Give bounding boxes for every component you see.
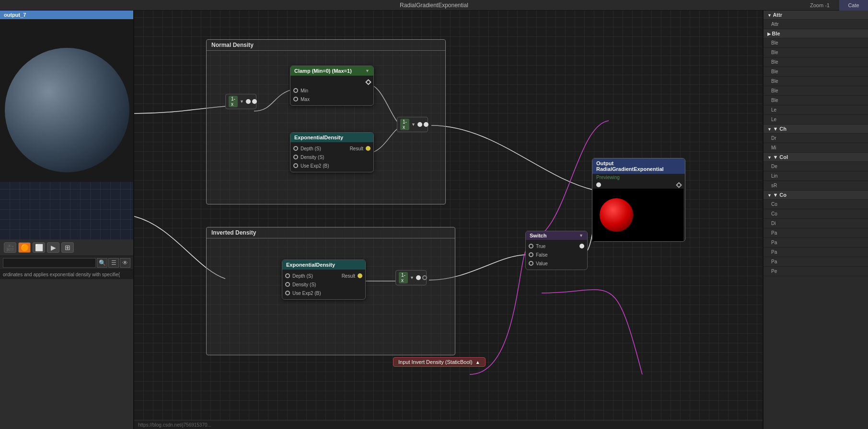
switch-out-pin[interactable] bbox=[579, 244, 584, 248]
node-output-out-pin[interactable] bbox=[676, 182, 682, 188]
input-node-expand-icon[interactable]: ▲ bbox=[475, 360, 480, 365]
node-1x-bottom-pin-left[interactable] bbox=[416, 275, 421, 280]
cate-label: Cate bbox=[839, 0, 868, 11]
left-panel-title: output_7 bbox=[0, 11, 133, 19]
viewport-btn-solid[interactable]: 🟠 bbox=[18, 242, 31, 253]
viewport-btn-camera[interactable]: 🎥 bbox=[4, 242, 16, 253]
pin-result-bot[interactable] bbox=[358, 273, 362, 278]
node-switch-body: True False Value bbox=[526, 240, 587, 270]
node-exp-density-bottom-header: ExponentialDensity bbox=[282, 260, 365, 270]
node-1x-top-chevron[interactable]: ▼ bbox=[240, 99, 244, 104]
switch-false-pin[interactable] bbox=[529, 252, 533, 257]
node-clamp-header: Clamp (Min=0) (Max=1) ▼ bbox=[290, 66, 373, 76]
node-clamp-pin-min: Min bbox=[290, 86, 373, 95]
search-bar: 🔍 ☰ 👁 bbox=[0, 256, 133, 270]
node-1x-mid[interactable]: 1-x ▼ bbox=[397, 117, 428, 132]
right-panel: Attr Attr Ble Ble Ble Ble Ble Ble Ble Bl… bbox=[763, 11, 868, 429]
pin-depth-s-bot-dot[interactable] bbox=[285, 273, 290, 278]
title-bar: RadialGradientExponential bbox=[400, 2, 468, 9]
list-view-btn[interactable]: ☰ bbox=[108, 258, 119, 268]
pin-use-exp2-dot[interactable] bbox=[293, 163, 298, 168]
switch-pin-true: True bbox=[526, 242, 587, 250]
node-clamp-pin-max: Max bbox=[290, 95, 373, 103]
viewport-btn-grid[interactable]: ⊞ bbox=[61, 242, 74, 253]
url-bar: https://blog.csdn.net/j756915370... bbox=[134, 420, 763, 429]
search-icon[interactable]: 🔍 bbox=[97, 258, 107, 268]
search-input[interactable] bbox=[3, 258, 96, 268]
node-exp-density-top-header: ExponentialDensity bbox=[290, 133, 373, 142]
rp-section-attr[interactable]: Attr bbox=[764, 11, 868, 20]
preview-sphere bbox=[600, 198, 633, 232]
top-bar: RadialGradientExponential Zoom -1 Cate bbox=[0, 0, 868, 11]
eye-btn[interactable]: 👁 bbox=[120, 258, 130, 268]
node-1x-bottom-pin-right[interactable] bbox=[422, 275, 427, 280]
node-1x-top-pin-right[interactable] bbox=[252, 99, 257, 104]
zoom-label: Zoom -1 bbox=[810, 2, 830, 8]
node-output-pin-row bbox=[592, 181, 685, 189]
node-clamp-chevron[interactable]: ▼ bbox=[365, 68, 370, 73]
node-1x-mid-label: 1-x bbox=[400, 119, 409, 130]
pin-density-s: Density (S) bbox=[290, 153, 373, 161]
rp-section-ch[interactable]: ▼ Ch bbox=[764, 124, 868, 134]
node-exp-density-top[interactable]: ExponentialDensity Depth (S) Result Dens… bbox=[290, 132, 374, 172]
node-1x-mid-pin-right[interactable] bbox=[424, 122, 428, 127]
node-switch[interactable]: Switch ▼ True False Value bbox=[525, 231, 588, 270]
node-clamp-out-pin[interactable] bbox=[365, 79, 371, 85]
node-1x-mid-pin-left[interactable] bbox=[417, 122, 422, 127]
node-1x-top-label: 1-x bbox=[229, 96, 238, 107]
viewport-preview bbox=[0, 19, 134, 239]
node-clamp-max-pin[interactable] bbox=[293, 97, 298, 102]
node-input-invert-density[interactable]: Input Invert Density (StaticBool) ▲ bbox=[393, 357, 486, 367]
pin-use-exp2-bot: Use Exp2 (B) bbox=[282, 289, 365, 297]
pin-density-s-bot: Density (S) bbox=[282, 280, 365, 289]
node-1x-bottom[interactable]: 1-x ▼ bbox=[395, 270, 427, 285]
comment-inverted-density-title: Inverted Density bbox=[207, 227, 455, 238]
viewport-btn-play[interactable]: ▶ bbox=[47, 242, 59, 253]
switch-value-pin[interactable] bbox=[529, 261, 533, 266]
switch-pin-value: Value bbox=[526, 259, 587, 268]
left-panel: output_7 🎥 🟠 ⬜ ▶ ⊞ 🔍 ☰ 👁 ordinates and a… bbox=[0, 11, 134, 429]
grid-floor bbox=[0, 182, 134, 239]
pin-use-exp2: Use Exp2 (B) bbox=[290, 161, 373, 170]
node-switch-chevron[interactable]: ▼ bbox=[579, 233, 583, 238]
node-switch-header: Switch ▼ bbox=[526, 231, 587, 240]
switch-true-pin[interactable] bbox=[529, 244, 533, 248]
node-output-previewing: Previewing bbox=[592, 174, 685, 181]
node-1x-top-pin-left[interactable] bbox=[246, 99, 251, 104]
node-output-header: Output RadialGradientExponential bbox=[592, 158, 685, 174]
node-output[interactable]: Output RadialGradientExponential Preview… bbox=[592, 158, 685, 242]
node-1x-bottom-chevron[interactable]: ▼ bbox=[410, 275, 414, 280]
comment-normal-density-title: Normal Density bbox=[207, 40, 445, 51]
rp-section-co[interactable]: ▼ Co bbox=[764, 191, 868, 200]
switch-pin-false: False bbox=[526, 250, 587, 259]
node-output-preview bbox=[592, 189, 683, 241]
node-exp-density-bottom[interactable]: ExponentialDensity Depth (S) Result Dens… bbox=[282, 260, 366, 300]
pin-depth-s-bot: Depth (S) Result bbox=[282, 271, 365, 280]
viewport-btn-wire[interactable]: ⬜ bbox=[33, 242, 45, 253]
node-1x-top[interactable]: 1-x ▼ bbox=[225, 94, 256, 109]
node-exp-density-bottom-body: Depth (S) Result Density (S) Use Exp2 (B… bbox=[282, 270, 365, 299]
pin-density-s-dot[interactable] bbox=[293, 155, 298, 159]
viewport-controls: 🎥 🟠 ⬜ ▶ ⊞ bbox=[0, 239, 133, 256]
rp-section-col[interactable]: ▼ Col bbox=[764, 153, 868, 162]
rp-section-ble[interactable]: Ble bbox=[764, 29, 868, 38]
node-1x-mid-chevron[interactable]: ▼ bbox=[411, 122, 416, 127]
node-clamp[interactable]: Clamp (Min=0) (Max=1) ▼ Min Max bbox=[290, 66, 374, 106]
description-bar: ordinates and applies exponential densit… bbox=[0, 270, 133, 279]
node-clamp-min-pin[interactable] bbox=[293, 88, 298, 93]
pin-result-top[interactable] bbox=[366, 146, 370, 151]
canvas-area[interactable]: Normal Density Inverted Density 1-x ▼ Cl… bbox=[134, 11, 763, 429]
pin-density-s-bot-dot[interactable] bbox=[285, 282, 290, 287]
node-clamp-pin-out bbox=[290, 78, 373, 86]
pin-use-exp2-bot-dot[interactable] bbox=[285, 291, 290, 295]
node-output-in-pin[interactable] bbox=[596, 182, 601, 187]
pin-depth-s-dot[interactable] bbox=[293, 146, 298, 151]
node-clamp-body: Min Max bbox=[290, 76, 373, 105]
rp-row-attr: Attr bbox=[764, 20, 868, 29]
node-exp-density-top-body: Depth (S) Result Density (S) Use Exp2 (B… bbox=[290, 142, 373, 172]
sphere-preview bbox=[5, 48, 129, 172]
pin-depth-s: Depth (S) Result bbox=[290, 144, 373, 153]
node-1x-bottom-label: 1-x bbox=[399, 272, 408, 283]
